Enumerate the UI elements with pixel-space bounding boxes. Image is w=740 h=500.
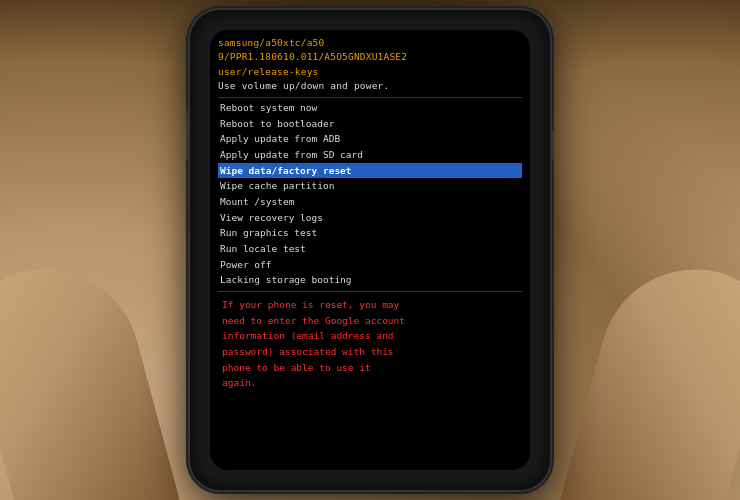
menu-item-reboot-system[interactable]: Reboot system now bbox=[218, 100, 522, 116]
menu-item-graphics-test[interactable]: Run graphics test bbox=[218, 225, 522, 241]
warning-section: If your phone is reset, you may need to … bbox=[218, 292, 522, 464]
menu-item-reboot-bootloader[interactable]: Reboot to bootloader bbox=[218, 116, 522, 132]
menu-item-apply-adb[interactable]: Apply update from ADB bbox=[218, 131, 522, 147]
volume-button[interactable] bbox=[186, 110, 190, 160]
menu-item-power-off[interactable]: Power off bbox=[218, 257, 522, 273]
warning-line-5: phone to be able to use it bbox=[222, 360, 522, 376]
menu-item-locale-test[interactable]: Run locale test bbox=[218, 241, 522, 257]
recovery-menu: Reboot system now Reboot to bootloader A… bbox=[218, 100, 522, 292]
screen-bezel: samsung/a50xtc/a50 9/PPR1.180610.011/A5O… bbox=[210, 30, 530, 470]
device-info: samsung/a50xtc/a50 9/PPR1.180610.011/A5O… bbox=[218, 36, 522, 98]
device-model-line: samsung/a50xtc/a50 bbox=[218, 36, 522, 50]
instruction-line: Use volume up/down and power. bbox=[218, 79, 522, 93]
warning-line-2: need to enter the Google account bbox=[222, 313, 522, 329]
warning-line-4: password) associated with this bbox=[222, 344, 522, 360]
menu-item-apply-sd[interactable]: Apply update from SD card bbox=[218, 147, 522, 163]
menu-item-wipe-cache[interactable]: Wipe cache partition bbox=[218, 178, 522, 194]
recovery-screen: samsung/a50xtc/a50 9/PPR1.180610.011/A5O… bbox=[210, 30, 530, 470]
warning-line-3: information (email address and bbox=[222, 328, 522, 344]
scene: samsung/a50xtc/a50 9/PPR1.180610.011/A5O… bbox=[0, 0, 740, 500]
warning-line-6: again. bbox=[222, 375, 522, 391]
menu-item-view-logs[interactable]: View recovery logs bbox=[218, 210, 522, 226]
build-id-line: 9/PPR1.180610.011/A5O5GNDXU1ASE2 bbox=[218, 50, 522, 64]
build-type-line: user/release-keys bbox=[218, 65, 522, 79]
power-button[interactable] bbox=[550, 130, 554, 160]
menu-item-lacking-storage[interactable]: Lacking storage booting bbox=[218, 272, 522, 288]
menu-item-mount-system[interactable]: Mount /system bbox=[218, 194, 522, 210]
phone: samsung/a50xtc/a50 9/PPR1.180610.011/A5O… bbox=[190, 10, 550, 490]
warning-line-1: If your phone is reset, you may bbox=[222, 297, 522, 313]
menu-item-wipe-factory[interactable]: Wipe data/factory reset bbox=[218, 163, 522, 179]
